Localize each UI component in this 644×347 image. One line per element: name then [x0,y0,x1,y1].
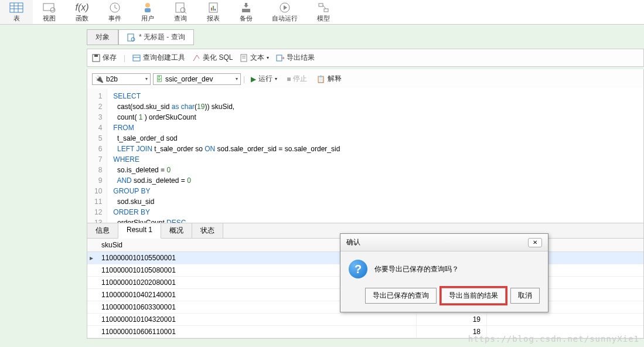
confirm-dialog: 确认 ✕ ? 你要导出已保存的查询吗？ 导出已保存的查询 导出当前的结果 取消 [340,233,548,312]
chevron-down-icon: ▾ [145,76,148,81]
ribbon-view[interactable]: 视图 [33,0,66,24]
text-icon [240,54,248,62]
svg-rect-18 [214,9,216,11]
line-gutter: 1234567891011121314 [87,89,107,223]
svg-rect-17 [213,6,214,11]
svg-rect-34 [277,55,282,61]
query-tab-icon [127,33,135,42]
model-icon [316,2,330,13]
export-result-button[interactable]: 导出结果 [276,53,315,63]
save-icon [92,54,100,62]
ribbon-user[interactable]: 用户 [131,0,164,24]
export-saved-button[interactable]: 导出已保存的查询 [365,288,437,304]
backup-icon [239,2,253,13]
stop-button: ■ 停止 [283,73,311,85]
ribbon-label: 表 [13,14,20,23]
clock-icon [108,2,122,13]
chevron-down-icon: ▾ [267,55,269,60]
svg-rect-11 [145,8,151,12]
dialog-message: 你要导出已保存的查询吗？ [374,264,459,274]
svg-marker-21 [284,5,287,10]
svg-rect-19 [242,9,250,12]
dialog-titlebar: 确认 ✕ [340,234,548,251]
svg-line-24 [323,5,326,9]
connection-dropdown[interactable]: 🔌 b2b ▾ [92,73,151,85]
close-button[interactable]: ✕ [528,238,542,247]
ribbon-query[interactable]: 查询 [164,0,197,24]
query-builder-button[interactable]: 查询创建工具 [132,53,185,63]
ribbon-table[interactable]: 表 [0,0,33,24]
tab-objects[interactable]: 对象 [87,29,118,45]
report-icon [206,2,220,13]
document-tabs: 对象 * 无标题 - 查询 [87,29,644,45]
beautify-icon [192,54,200,62]
stop-icon: ■ [287,75,291,83]
sql-code[interactable]: SELECT cast(sod.sku_sid as char(19)) sku… [107,89,346,223]
table-icon [9,2,23,13]
dialog-title: 确认 [346,237,360,247]
ribbon-function[interactable]: f(x) 函数 [66,0,98,24]
user-icon [141,2,155,13]
ribbon-event[interactable]: 事件 [98,0,131,24]
svg-rect-22 [319,4,323,6]
svg-point-10 [145,3,150,8]
table-row[interactable]: 110000001060611000118 [87,326,643,338]
svg-rect-5 [43,4,54,11]
tab-result1[interactable]: Result 1 [118,223,161,239]
cancel-button[interactable]: 取消 [510,288,540,304]
ribbon-backup[interactable]: 备份 [230,0,263,24]
ribbon-auto[interactable]: 自动运行 [263,0,307,24]
svg-rect-29 [133,55,140,61]
save-button[interactable]: 保存 [92,53,117,63]
ribbon-report[interactable]: 报表 [197,0,230,24]
text-button[interactable]: 文本 ▾ [240,53,269,63]
main-ribbon: 表 视图 f(x) 函数 事件 用户 查询 报表 备份 自动运行 模型 [0,0,644,25]
view-icon [42,2,56,13]
tab-profile[interactable]: 概况 [161,223,192,238]
tab-info[interactable]: 信息 [87,223,118,238]
explain-button[interactable]: 📋 解释 [313,73,345,85]
svg-point-6 [50,8,55,12]
run-button[interactable]: ▶ 运行 ▾ [247,73,281,85]
query-toolbar: 保存 | 查询创建工具 美化 SQL 文本 ▾ 导出结果 [87,49,644,67]
auto-icon [278,2,292,13]
explain-icon: 📋 [316,75,325,83]
ribbon-model[interactable]: 模型 [307,0,340,24]
builder-icon [132,54,141,62]
export-current-button[interactable]: 导出当前的结果 [441,288,506,304]
beautify-button[interactable]: 美化 SQL [192,53,233,63]
svg-line-9 [115,8,117,9]
plug-icon: 🔌 [95,75,104,83]
play-icon: ▶ [251,75,256,83]
svg-rect-0 [10,3,23,12]
chevron-down-icon: ▾ [275,76,277,81]
sql-editor[interactable]: 1234567891011121314 SELECT cast(sod.sku_… [87,89,644,223]
database-dropdown[interactable]: 🗄 ssic_order_dev ▾ [153,73,241,85]
export-icon [276,54,284,62]
fx-icon: f(x) [75,2,89,13]
tab-query-untitled[interactable]: * 无标题 - 查询 [118,29,194,45]
database-icon: 🗄 [156,75,163,83]
query-icon [173,2,188,13]
table-row[interactable]: 110000001010432000119 [87,314,643,326]
connection-bar: 🔌 b2b ▾ 🗄 ssic_order_dev ▾ | ▶ 运行 ▾ ■ 停止… [87,69,644,89]
svg-line-14 [185,12,186,13]
svg-rect-23 [324,9,328,12]
chevron-down-icon: ▾ [236,76,238,81]
svg-rect-28 [94,55,98,57]
question-icon: ? [349,260,367,278]
tab-status[interactable]: 状态 [192,223,223,238]
svg-rect-16 [211,8,212,11]
